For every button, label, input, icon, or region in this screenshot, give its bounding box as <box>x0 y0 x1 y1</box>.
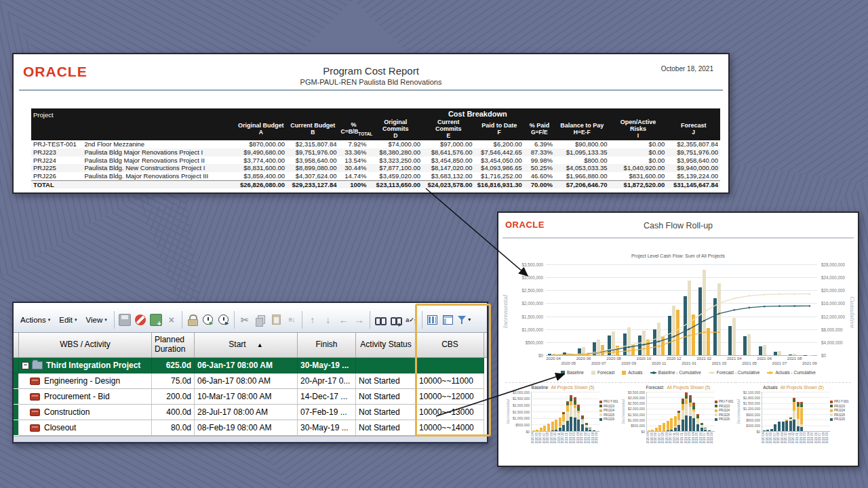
small-chart-title: Forecast:All Projects Shown (5) <box>620 382 736 390</box>
column-header-start[interactable]: Start▲ <box>195 333 298 357</box>
find-next-icon[interactable]: ▶ <box>389 312 403 328</box>
incremental-axis-label: Incremental <box>502 285 509 339</box>
arrow-glyph: ▶ <box>225 321 229 325</box>
activity-status-cell[interactable]: Not Started <box>356 405 416 420</box>
start-cell[interactable]: 28-Jul-17 08:00 AM <box>195 405 298 420</box>
activity-name: Procurement - Bid <box>44 392 110 401</box>
activity-row[interactable]: Construction400.0d28-Jul-17 08:00 AM07-F… <box>14 405 487 420</box>
ban-icon[interactable] <box>133 312 148 328</box>
activity-row[interactable]: Procurement - Bid200.0d10-Mar-17 08:00 A… <box>14 389 487 405</box>
planned-duration-cell[interactable]: 400.0d <box>152 405 195 420</box>
PRJ224-segment <box>551 422 554 431</box>
legend-item: Forecast - Cumulative <box>709 370 760 375</box>
x-tick-label: 2021 01 <box>680 432 684 443</box>
gridline <box>762 392 830 392</box>
PRJ223-segment <box>574 401 576 405</box>
finish-cell[interactable]: 14-Dec-17 ... <box>298 389 356 405</box>
planned-duration-cell[interactable]: 80.0d <box>152 420 195 436</box>
unlock-icon[interactable] <box>185 312 200 328</box>
tick-label: $0 <box>526 430 530 434</box>
move-up-icon[interactable]: ↑ <box>305 312 320 328</box>
activity-status-cell[interactable] <box>356 358 416 373</box>
columns-icon[interactable] <box>425 312 440 328</box>
row-indicator[interactable] <box>14 358 19 373</box>
start-cell[interactable]: 10-Mar-17 08:00 AM <box>195 389 298 405</box>
delete-icon[interactable]: × <box>164 312 179 328</box>
level-icon[interactable]: ▶ <box>216 312 231 328</box>
activity-row[interactable]: Closeout80.0d08-Feb-19 08:00 AM30-May-19… <box>14 420 487 436</box>
tick-label: $1,800,000 <box>743 396 760 400</box>
cbs-cell[interactable]: 10000~~14000 <box>416 420 484 436</box>
finish-cell[interactable]: 30-May-19 ... <box>298 358 356 373</box>
layout-icon[interactable] <box>441 312 456 328</box>
row-indicator[interactable] <box>14 420 19 436</box>
save-icon[interactable] <box>117 312 132 328</box>
x-tick-label: 2020 10 <box>784 432 787 443</box>
cbs-cell[interactable]: 10000~~12000 <box>416 389 484 405</box>
activity-name: Closeout <box>44 423 76 432</box>
PRJ223-segment <box>704 428 707 428</box>
column-header-cbs[interactable]: CBS <box>416 333 484 357</box>
cut-icon[interactable]: ✂ <box>237 312 252 328</box>
row-indicator[interactable] <box>14 373 19 389</box>
row-indicator[interactable] <box>14 405 19 420</box>
planned-duration-cell[interactable]: 75.0d <box>152 373 195 389</box>
column-header-wbs-activity[interactable]: WBS / Activity <box>19 333 152 357</box>
incremental-axis-label: Incremental <box>736 392 741 431</box>
PRJ225-segment <box>789 419 792 421</box>
PRJ224-segment <box>577 411 580 413</box>
p6-table-body: −Third Integration Project625.0d06-Jan-1… <box>14 358 487 436</box>
add-row-icon[interactable] <box>149 312 163 328</box>
wbs-activity-cell[interactable]: Engineering - Design <box>19 373 152 389</box>
x-tick-label: 2021 04 <box>726 357 743 361</box>
paste-icon[interactable] <box>269 312 283 328</box>
schedule-icon[interactable]: ▶ <box>201 312 216 328</box>
PRJ225-segment <box>800 424 803 427</box>
column-header-finish[interactable]: Finish <box>298 333 356 357</box>
menu-actions[interactable]: Actions▾ <box>16 316 54 324</box>
planned-duration-cell[interactable]: 200.0d <box>152 389 195 405</box>
finish-cell[interactable]: 20-Apr-17 0... <box>298 373 356 389</box>
x-tick-label: 2020 07 <box>590 361 608 365</box>
filter-icon[interactable]: ▾ <box>456 312 471 328</box>
move-left-icon[interactable]: ← <box>336 312 351 328</box>
finish-cell[interactable]: 07-Feb-19 ... <box>298 405 356 420</box>
move-down-icon[interactable]: ↓ <box>321 312 336 328</box>
cbs-cell[interactable]: 10000~~11000 <box>416 373 484 389</box>
activity-status-cell[interactable]: Not Started <box>356 373 416 389</box>
gridline <box>532 392 599 392</box>
wbs-activity-cell[interactable]: Procurement - Bid <box>19 389 152 405</box>
find-icon[interactable] <box>373 312 388 328</box>
copy-icon[interactable] <box>253 312 268 328</box>
column-header-planned-duration[interactable]: Planned Duration <box>152 333 195 357</box>
start-cell[interactable]: 06-Jan-17 08:00 AM <box>195 373 298 389</box>
cbs-cell[interactable]: 10000~~13000 <box>416 405 484 420</box>
menu-edit[interactable]: Edit▾ <box>55 316 81 324</box>
wbs-activity-cell[interactable]: Closeout <box>19 420 152 436</box>
menu-view[interactable]: View▾ <box>82 316 111 324</box>
wbs-activity-cell[interactable]: Construction <box>19 405 152 420</box>
start-cell[interactable]: 06-Jan-17 08:00 AM <box>195 358 298 373</box>
tick-label: $1,000,000 <box>513 416 530 420</box>
collapse-icon[interactable]: − <box>22 362 29 369</box>
cost-value: $0.00 <box>610 157 667 165</box>
spell-check-icon[interactable]: a✓ <box>404 312 419 328</box>
column-header-activity-status[interactable]: Activity Status <box>356 333 416 357</box>
move-right-icon[interactable]: → <box>352 312 367 328</box>
activity-row[interactable]: Engineering - Design75.0d06-Jan-17 08:00… <box>14 373 487 389</box>
finish-cell[interactable]: 30-May-19 ... <box>298 420 356 436</box>
activity-status-cell[interactable]: Not Started <box>356 420 416 436</box>
row-indicator[interactable] <box>14 389 19 405</box>
wbs-summary-row[interactable]: −Third Integration Project625.0d06-Jan-1… <box>14 358 487 373</box>
cbs-cell[interactable] <box>416 358 484 373</box>
cost-value: 50.25% <box>524 164 555 172</box>
fill-down-icon[interactable]: ≡↓ <box>284 312 299 328</box>
PRJ224-segment <box>559 418 561 427</box>
activity-icon <box>30 409 40 416</box>
x-tick-label: 2021 02 <box>569 432 572 443</box>
wbs-activity-cell[interactable]: −Third Integration Project <box>19 358 152 373</box>
activity-status-cell[interactable]: Not Started <box>356 389 416 405</box>
PRJ-T-001-segment <box>574 397 576 401</box>
start-cell[interactable]: 08-Feb-19 08:00 AM <box>195 420 298 436</box>
planned-duration-cell[interactable]: 625.0d <box>152 358 195 373</box>
